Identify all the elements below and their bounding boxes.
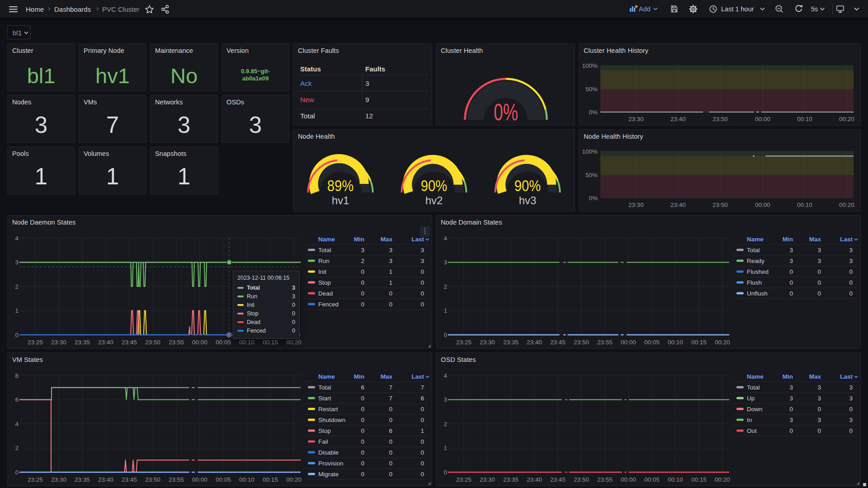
svg-text:0: 0 (420, 471, 424, 478)
svg-text:3: 3 (789, 395, 793, 402)
svg-text:0: 0 (361, 279, 364, 286)
svg-text:00:00: 00:00 (192, 476, 208, 483)
svg-text:00:00: 00:00 (755, 116, 770, 122)
svg-text:00:10: 00:10 (797, 202, 812, 208)
svg-text:3: 3 (817, 247, 821, 253)
svg-text:23:30: 23:30 (51, 339, 66, 346)
svg-text:23:40: 23:40 (527, 339, 542, 346)
svg-text:4: 4 (443, 235, 447, 242)
svg-text:3: 3 (789, 384, 793, 391)
svg-text:0: 0 (389, 460, 392, 467)
svg-text:hv1: hv1 (332, 194, 349, 206)
svg-text:0: 0 (420, 290, 424, 297)
svg-text:00:05: 00:05 (644, 476, 660, 483)
svg-text:0: 0 (361, 471, 364, 478)
svg-text:2: 2 (361, 258, 364, 264)
svg-text:00:15: 00:15 (263, 339, 278, 346)
svg-text:23:35: 23:35 (75, 339, 90, 346)
svg-text:Total: Total (747, 247, 760, 253)
svg-text:23:55: 23:55 (597, 476, 613, 483)
svg-text:12: 12 (365, 112, 373, 120)
svg-text:0: 0 (361, 301, 364, 308)
svg-text:Faults: Faults (365, 65, 385, 73)
svg-text:0: 0 (389, 290, 392, 297)
svg-text:23:35: 23:35 (503, 339, 519, 346)
svg-text:0: 0 (789, 427, 793, 434)
svg-text:50%: 50% (585, 86, 598, 93)
svg-text:2: 2 (15, 283, 19, 290)
svg-text:00:05: 00:05 (216, 476, 231, 483)
svg-text:0: 0 (389, 449, 392, 456)
svg-text:Total: Total (318, 384, 331, 391)
svg-text:0: 0 (443, 469, 447, 476)
svg-text:Start: Start (318, 395, 331, 402)
svg-text:23:45: 23:45 (550, 476, 566, 483)
svg-text:23:25: 23:25 (456, 339, 472, 346)
svg-text:4: 4 (15, 421, 19, 427)
svg-text:Total: Total (318, 247, 331, 253)
svg-text:00:05: 00:05 (644, 339, 660, 346)
svg-text:Max: Max (809, 373, 821, 380)
svg-text:3: 3 (849, 395, 853, 402)
svg-text:23:25: 23:25 (28, 476, 43, 483)
svg-text:3: 3 (389, 258, 392, 264)
svg-text:Max: Max (381, 373, 393, 380)
svg-text:0: 0 (361, 290, 364, 297)
svg-text:00:10: 00:10 (797, 116, 812, 122)
svg-text:23:45: 23:45 (550, 339, 566, 346)
svg-text:0: 0 (789, 279, 793, 286)
svg-text:23:25: 23:25 (28, 339, 43, 346)
svg-text:0: 0 (389, 471, 392, 478)
svg-text:3: 3 (443, 396, 447, 403)
svg-text:Provision: Provision (318, 460, 344, 467)
svg-text:3: 3 (849, 258, 853, 264)
svg-text:0: 0 (817, 427, 821, 434)
svg-text:0: 0 (389, 406, 392, 413)
svg-text:0: 0 (420, 438, 424, 445)
svg-text:Ack: Ack (300, 80, 312, 87)
svg-text:1: 1 (15, 307, 19, 314)
svg-text:3: 3 (365, 80, 369, 87)
svg-text:0: 0 (420, 417, 424, 423)
svg-text:3: 3 (817, 395, 821, 402)
svg-text:Up: Up (747, 395, 755, 402)
svg-text:0: 0 (361, 449, 364, 456)
svg-text:0: 0 (361, 417, 364, 423)
svg-text:00:05: 00:05 (216, 339, 231, 346)
svg-text:00:15: 00:15 (691, 476, 707, 483)
svg-text:23:55: 23:55 (169, 476, 184, 483)
svg-text:Max: Max (381, 236, 393, 243)
svg-text:23:30: 23:30 (628, 202, 644, 208)
svg-text:Last: Last (840, 373, 853, 380)
svg-text:Dead: Dead (318, 290, 333, 297)
svg-text:00:10: 00:10 (239, 476, 255, 483)
svg-text:Last: Last (840, 236, 853, 243)
svg-text:00:20: 00:20 (715, 339, 730, 346)
svg-text:8: 8 (15, 372, 19, 379)
svg-text:0: 0 (789, 406, 793, 413)
svg-text:23:35: 23:35 (75, 476, 90, 483)
svg-text:0: 0 (817, 406, 821, 413)
svg-text:0: 0 (361, 438, 364, 445)
svg-text:23:25: 23:25 (456, 476, 472, 483)
svg-text:00:20: 00:20 (715, 476, 730, 483)
svg-text:23:50: 23:50 (145, 476, 160, 483)
svg-text:1: 1 (443, 445, 447, 451)
svg-text:3: 3 (789, 247, 793, 253)
svg-text:0: 0 (420, 279, 424, 286)
svg-text:3: 3 (817, 258, 821, 264)
svg-text:90%: 90% (421, 177, 447, 195)
svg-text:Flush: Flush (747, 279, 762, 286)
svg-text:0: 0 (420, 268, 424, 275)
svg-text:23:30: 23:30 (628, 116, 644, 122)
svg-text:Flushed: Flushed (747, 268, 769, 275)
svg-text:0: 0 (361, 395, 364, 402)
svg-text:23:30: 23:30 (51, 476, 66, 483)
svg-text:9: 9 (365, 96, 369, 103)
svg-text:23:30: 23:30 (480, 476, 495, 483)
svg-text:00:20: 00:20 (286, 339, 302, 346)
svg-text:6: 6 (389, 427, 392, 434)
svg-text:Max: Max (809, 236, 821, 243)
svg-text:0: 0 (389, 301, 392, 308)
svg-text:6: 6 (361, 384, 364, 391)
